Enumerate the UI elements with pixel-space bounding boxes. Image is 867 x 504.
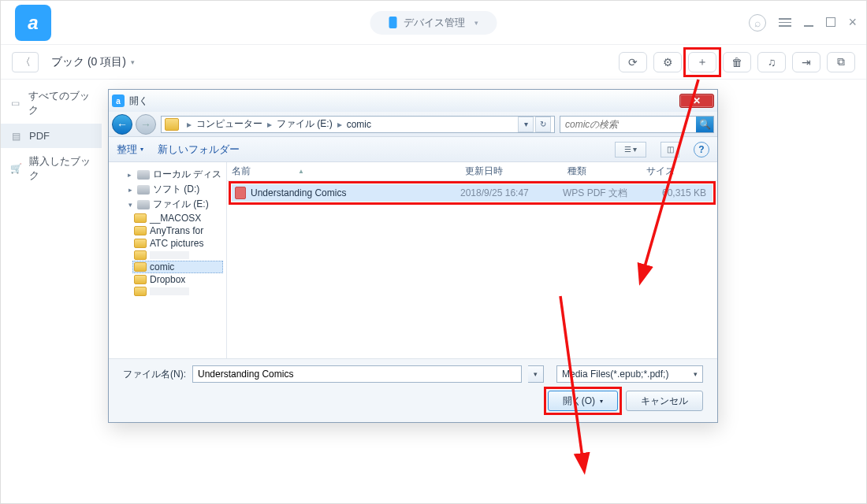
back-button[interactable]: 〈	[12, 52, 39, 72]
dialog-toolbar: 整理▾ 新しいフォルダー ☰ ▾ ◫ ?	[109, 137, 717, 162]
path-segment[interactable]: ファイル (E:)	[277, 117, 333, 131]
add-button[interactable]: ＋	[688, 52, 716, 72]
sidebar-item-purchased[interactable]: 🛒購入したブック	[1, 148, 102, 189]
tree-item[interactable]: ATC pictures	[132, 237, 223, 250]
to-device-button[interactable]: ⇥	[792, 52, 820, 72]
folder-icon	[134, 275, 147, 284]
tree-item[interactable]: Dropbox	[132, 273, 223, 286]
dialog-search[interactable]: 🔍	[560, 116, 714, 133]
cart-icon: 🛒	[10, 163, 21, 174]
col-modified[interactable]: 更新日時	[465, 165, 567, 178]
dialog-app-icon: a	[112, 94, 125, 107]
address-dropdown-icon[interactable]: ▾	[518, 117, 534, 132]
chevron-down-icon[interactable]: ▾	[131, 58, 135, 66]
tree-item[interactable]: AnyTrans for	[132, 224, 223, 237]
nav-back-button[interactable]: ←	[112, 114, 132, 135]
address-refresh-icon[interactable]: ↻	[535, 117, 551, 132]
dialog-footer: ファイル名(N): ▾ Media Files(*.epub;*.pdf;)▾ …	[109, 358, 717, 422]
tree-item[interactable]	[132, 286, 223, 297]
device-icon	[389, 17, 397, 28]
breadcrumb[interactable]: ブック (0 項目)	[51, 55, 126, 69]
sort-arrow-icon: ▲	[298, 168, 304, 175]
address-bar[interactable]: ▸ コンピューター ▸ ファイル (E:) ▸ comic ▾↻	[161, 116, 555, 133]
folder-icon	[134, 262, 147, 272]
col-name[interactable]: 名前	[232, 165, 251, 178]
nav-forward-button[interactable]: →	[136, 114, 156, 135]
file-name: Understanding Comics	[251, 187, 346, 198]
sidebar-item-all-books[interactable]: ▭すべてのブック	[1, 83, 102, 124]
settings-button[interactable]: ⚙	[653, 52, 682, 72]
open-button[interactable]: 開く(O)▾	[548, 391, 618, 411]
maximize-button[interactable]	[826, 17, 835, 29]
tree-item[interactable]	[132, 250, 223, 261]
dialog-title: 開く	[129, 94, 148, 108]
menu-icon[interactable]	[779, 16, 791, 29]
sidebar-item-pdf[interactable]: ▤PDF	[1, 124, 102, 148]
filename-dropdown-icon[interactable]: ▾	[528, 365, 544, 383]
pdf-icon: ▤	[10, 131, 21, 142]
tree-item[interactable]: ▾ファイル (E:)	[125, 197, 223, 212]
book-icon: ▭	[10, 98, 20, 109]
help-button[interactable]: ?	[694, 142, 709, 158]
app-logo: a	[15, 5, 51, 41]
path-segment[interactable]: コンピューター	[196, 117, 262, 131]
sidebar-item-label: 購入したブック	[29, 154, 92, 183]
new-folder-button[interactable]: 新しいフォルダー	[158, 143, 240, 157]
tree-item[interactable]: __MACOSX	[132, 212, 223, 224]
close-button[interactable]: ×	[848, 14, 857, 31]
file-size: 60,315 KB	[642, 187, 713, 198]
dialog-titlebar: a 開く ✕	[109, 90, 717, 112]
dialog-navbar: ← → ▸ コンピューター ▸ ファイル (E:) ▸ comic ▾↻ 🔍	[109, 112, 717, 137]
refresh-button[interactable]: ⟳	[619, 52, 647, 72]
file-list: 名前▲ 更新日時 種類 サイズ Understanding Comics 201…	[227, 162, 717, 358]
window-controls: ⌕ ×	[749, 14, 857, 32]
to-itunes-button[interactable]: ♫	[757, 52, 786, 72]
app-toolbar: 〈 ブック (0 項目) ▾ ⟳ ⚙ ＋ 🗑 ♫ ⇥ ⧉	[1, 44, 866, 80]
chevron-down-icon: ▾	[474, 19, 478, 27]
file-type: WPS PDF 文档	[563, 187, 642, 200]
folder-icon	[165, 118, 179, 131]
tree-item[interactable]: ▸ローカル ディス	[125, 167, 223, 182]
folder-icon	[134, 287, 147, 296]
search-icon[interactable]: 🔍	[696, 117, 713, 132]
file-date: 2018/9/25 16:47	[460, 187, 563, 198]
folder-icon	[134, 239, 147, 248]
minimize-button[interactable]	[804, 17, 813, 29]
filetype-filter[interactable]: Media Files(*.epub;*.pdf;)▾	[556, 365, 703, 383]
preview-pane-button[interactable]: ◫	[660, 142, 679, 158]
search-icon[interactable]: ⌕	[749, 14, 766, 32]
titlebar: a デバイス管理 ▾ ⌕ ×	[1, 1, 866, 44]
sidebar: ▭すべてのブック ▤PDF 🛒購入したブック	[1, 80, 102, 503]
folder-tree[interactable]: ▸ローカル ディス ▸ソフト (D:) ▾ファイル (E:) __MACOSX …	[109, 162, 227, 358]
folder-icon	[134, 226, 147, 235]
drive-icon	[137, 170, 150, 180]
tree-item-selected[interactable]: comic	[132, 261, 223, 273]
folder-icon	[134, 250, 147, 260]
to-pc-button[interactable]: ⧉	[827, 52, 855, 72]
file-row-selected[interactable]: Understanding Comics 2018/9/25 16:47 WPS…	[232, 184, 713, 202]
organize-button[interactable]: 整理▾	[117, 143, 143, 157]
dialog-search-input[interactable]	[560, 119, 696, 130]
col-type[interactable]: 種類	[567, 165, 646, 178]
dialog-close-button[interactable]: ✕	[679, 94, 714, 108]
path-segment[interactable]: comic	[347, 119, 371, 130]
pdf-file-icon	[235, 187, 246, 199]
folder-icon	[134, 213, 147, 223]
file-list-header[interactable]: 名前▲ 更新日時 種類 サイズ	[227, 162, 717, 181]
device-dropdown[interactable]: デバイス管理 ▾	[370, 11, 497, 35]
drive-icon	[137, 200, 150, 209]
tree-item[interactable]: ▸ソフト (D:)	[125, 182, 223, 197]
filename-input[interactable]	[192, 365, 522, 383]
file-open-dialog: a 開く ✕ ← → ▸ コンピューター ▸ ファイル (E:) ▸ comic…	[108, 89, 718, 423]
view-mode-button[interactable]: ☰ ▾	[615, 142, 646, 158]
sidebar-item-label: PDF	[29, 130, 50, 142]
delete-button[interactable]: 🗑	[723, 52, 751, 72]
col-size[interactable]: サイズ	[646, 165, 717, 178]
cancel-button[interactable]: キャンセル	[626, 391, 703, 411]
device-label: デバイス管理	[404, 16, 465, 30]
drive-icon	[137, 185, 150, 195]
filename-label: ファイル名(N):	[123, 368, 186, 381]
sidebar-item-label: すべてのブック	[28, 89, 92, 117]
